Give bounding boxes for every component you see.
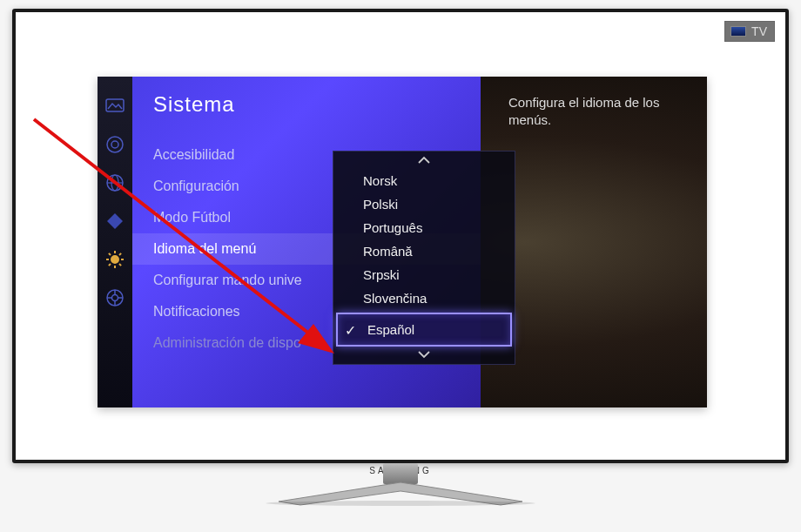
support-icon[interactable] xyxy=(104,287,125,308)
svg-line-11 xyxy=(109,253,111,255)
picture-icon[interactable] xyxy=(104,96,125,117)
lang-option-polski[interactable]: Polski xyxy=(333,192,515,216)
svg-point-23 xyxy=(266,501,535,506)
lang-option-portugues[interactable]: Português xyxy=(333,216,515,239)
scroll-up-icon[interactable] xyxy=(333,152,515,169)
svg-line-12 xyxy=(119,264,121,266)
lang-option-romana[interactable]: Română xyxy=(333,239,515,263)
lang-option-norsk[interactable]: Norsk xyxy=(333,169,515,192)
option-description: Configura el idioma de los menús. xyxy=(508,94,691,130)
settings-menu-overlay: Sistema Accesibilidad Configuración Modo… xyxy=(98,77,707,407)
lang-option-espanol[interactable]: ✓ Español xyxy=(336,313,512,347)
svg-point-6 xyxy=(111,256,118,263)
svg-point-1 xyxy=(107,137,123,152)
network-icon[interactable] xyxy=(104,172,125,193)
svg-point-2 xyxy=(111,141,118,148)
scroll-down-icon[interactable] xyxy=(333,347,515,364)
svg-line-14 xyxy=(119,253,121,255)
check-icon: ✓ xyxy=(345,321,356,338)
sound-icon[interactable] xyxy=(104,134,125,155)
sidebar-icon-strip xyxy=(98,77,132,407)
lang-option-slovencina[interactable]: Slovenčina xyxy=(333,286,515,310)
lang-option-label: Español xyxy=(367,322,414,337)
panel-title: Sistema xyxy=(153,92,481,117)
svg-point-16 xyxy=(112,295,118,301)
tv-frame: TV xyxy=(12,9,789,463)
tv-stand-base xyxy=(261,481,540,505)
smarthub-icon[interactable] xyxy=(104,211,125,232)
system-icon[interactable] xyxy=(104,249,125,270)
language-dropdown: Norsk Polski Português Română Srpski Slo… xyxy=(333,151,515,365)
tv-screen: Sistema Accesibilidad Configuración Modo… xyxy=(26,23,775,449)
lang-option-srpski[interactable]: Srpski xyxy=(333,263,515,286)
svg-line-13 xyxy=(109,264,111,266)
